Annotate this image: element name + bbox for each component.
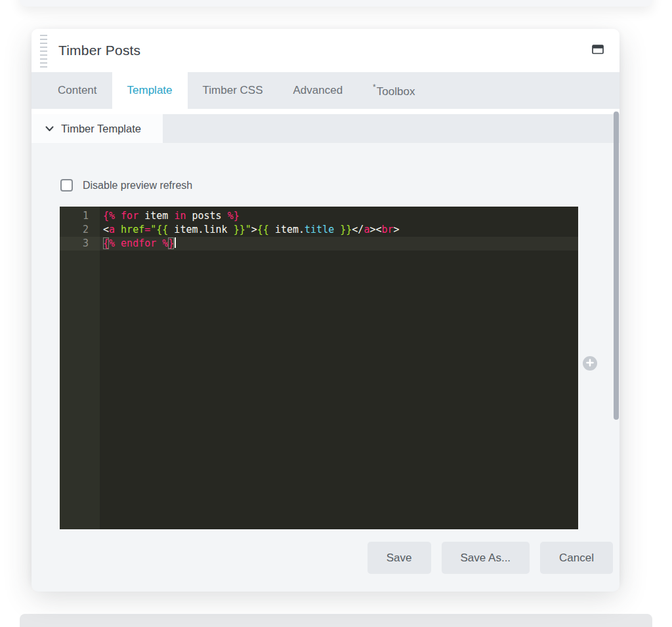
code-text: <a href="{{ item.link }}">{{ item.title … [100, 223, 578, 237]
tab-toolbox[interactable]: *Toolbox [358, 72, 430, 109]
adjacent-widget-bottom [20, 614, 652, 627]
code-lines: 1{% for item in posts %}2<a href="{{ ite… [60, 207, 578, 251]
line-number: 3 [60, 237, 100, 251]
window-icon [592, 45, 604, 56]
drag-handle-icon[interactable] [40, 35, 47, 68]
plus-icon [586, 359, 594, 369]
code-text: {% endfor %} [100, 237, 578, 251]
section-header-timber-template[interactable]: Timber Template [32, 114, 620, 143]
panel-content: Timber Template Disable preview refresh … [32, 114, 620, 592]
panel-scrollbar[interactable] [614, 111, 619, 420]
editor-gutter [60, 207, 100, 529]
code-line[interactable]: 3{% endfor %} [60, 237, 578, 251]
text-cursor [175, 237, 176, 248]
tab-bar: ContentTemplateTimber CSSAdvanced*Toolbo… [32, 72, 620, 109]
tab-template[interactable]: Template [112, 72, 188, 109]
tab-content[interactable]: Content [43, 72, 112, 109]
window-button[interactable] [589, 42, 606, 59]
line-number: 2 [60, 223, 100, 237]
cancel-button[interactable]: Cancel [540, 542, 613, 574]
disable-preview-checkbox[interactable] [60, 179, 73, 192]
section-title: Timber Template [61, 123, 141, 135]
add-button[interactable] [583, 356, 597, 371]
timber-posts-widget: Timber Posts ContentTemplateTimber CSSAd… [32, 29, 620, 586]
code-line[interactable]: 1{% for item in posts %} [60, 209, 578, 223]
line-number: 1 [60, 209, 100, 223]
code-line[interactable]: 2<a href="{{ item.link }}">{{ item.title… [60, 223, 578, 237]
save-button[interactable]: Save [368, 542, 431, 574]
widget-title: Timber Posts [58, 43, 140, 58]
tab-advanced[interactable]: Advanced [278, 72, 358, 109]
save-as-button[interactable]: Save As... [442, 542, 530, 574]
disable-preview-label: Disable preview refresh [83, 180, 192, 192]
code-text: {% for item in posts %} [100, 209, 578, 223]
tab-timber-css[interactable]: Timber CSS [188, 72, 278, 109]
section-header-tab: Timber Template [32, 114, 163, 143]
code-editor[interactable]: 1{% for item in posts %}2<a href="{{ ite… [60, 207, 578, 529]
adjacent-widget-top [20, 0, 652, 7]
unsaved-indicator: * [373, 83, 376, 92]
footer-buttons: SaveSave As...Cancel [32, 542, 613, 574]
disable-preview-row: Disable preview refresh [60, 179, 620, 192]
page: Timber Posts ContentTemplateTimber CSSAd… [0, 0, 672, 627]
widget-header: Timber Posts [32, 29, 620, 72]
chevron-down-icon [45, 123, 54, 134]
